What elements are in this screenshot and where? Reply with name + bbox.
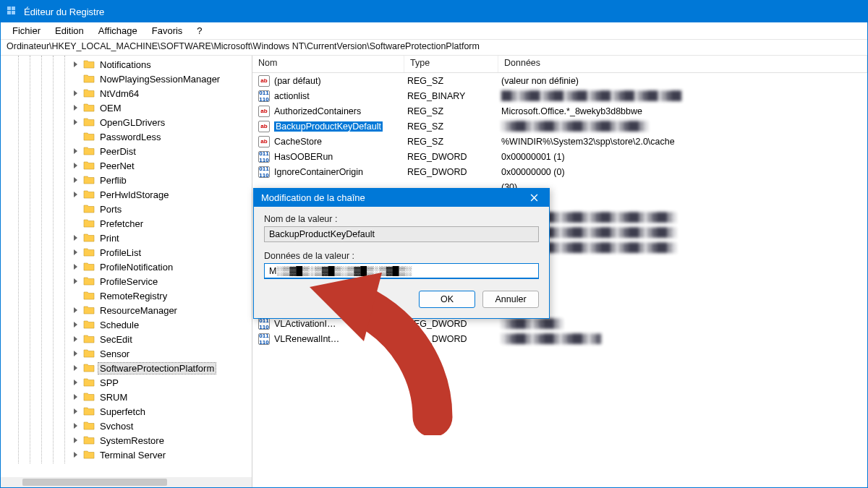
dialog-close-button[interactable] xyxy=(523,190,545,206)
tree-item[interactable]: Perflib xyxy=(2,173,252,187)
menu-view[interactable]: Affichage xyxy=(91,24,145,38)
tree-item[interactable]: OEM xyxy=(2,100,252,115)
tree-item-label: Sensor xyxy=(98,348,132,360)
tree-item[interactable]: PeerNet xyxy=(2,158,252,173)
value-name: BackupProductKeyDefault xyxy=(274,121,383,132)
address-bar[interactable]: Ordinateur\HKEY_LOCAL_MACHINE\SOFTWARE\M… xyxy=(1,40,867,56)
tree-item[interactable]: ProfileList xyxy=(2,245,252,260)
tree-item[interactable]: NowPlayingSessionManager xyxy=(2,72,252,86)
chevron-right-icon[interactable] xyxy=(72,234,80,242)
tree-item[interactable]: PeerDist xyxy=(2,144,252,158)
tree-item-label: SPP xyxy=(98,377,121,389)
chevron-right-icon[interactable] xyxy=(72,147,80,155)
chevron-right-icon[interactable] xyxy=(72,306,80,314)
list-row[interactable]: 011110IgnoreContainerOriginREG_DWORD0x00… xyxy=(252,164,867,179)
chevron-right-icon[interactable] xyxy=(72,335,80,343)
menu-help[interactable]: ? xyxy=(190,24,209,38)
tree-item[interactable]: Schedule xyxy=(2,317,252,332)
tree-item[interactable]: Sensor xyxy=(2,346,252,361)
column-header-data[interactable]: Données xyxy=(498,56,867,72)
value-name: CacheStore xyxy=(274,137,322,147)
chevron-right-icon[interactable] xyxy=(72,364,80,372)
list-row[interactable]: 011110actionlistREG_BINARY██▒░▒▓██░▒▓██░… xyxy=(252,88,867,103)
chevron-right-icon[interactable] xyxy=(72,118,80,127)
tree-item-label: Schedule xyxy=(98,319,141,331)
chevron-right-icon[interactable] xyxy=(72,320,80,329)
list-row[interactable]: abCacheStoreREG_SZ%WINDIR%\System32\spp\… xyxy=(252,134,867,149)
tree-item[interactable]: SPP xyxy=(2,375,252,390)
value-data: (30) xyxy=(498,182,867,192)
menu-favorites[interactable]: Favoris xyxy=(145,24,190,38)
value-name-input[interactable] xyxy=(264,226,539,242)
tree-item[interactable]: RemoteRegistry xyxy=(2,288,252,303)
tree-item[interactable]: Terminal Server xyxy=(2,448,252,462)
tree-item[interactable]: Ports xyxy=(2,202,252,216)
titlebar[interactable]: Éditeur du Registre xyxy=(1,1,867,22)
tree-pane[interactable]: NotificationsNowPlayingSessionManagerNtV… xyxy=(1,56,252,487)
chevron-right-icon[interactable] xyxy=(72,60,80,69)
chevron-right-icon[interactable] xyxy=(72,103,80,112)
value-data-label: Données de la valeur : xyxy=(264,251,539,261)
chevron-right-icon[interactable] xyxy=(72,161,80,170)
value-data: ░▒▓██▒░▒▓██▒░▒▓██▒░▒▓ xyxy=(498,333,867,344)
chevron-right-icon[interactable] xyxy=(72,393,80,401)
value-data: ░▒▓██▒░▒▓██▒░ xyxy=(498,318,867,329)
chevron-right-icon[interactable] xyxy=(72,89,80,98)
tree-item-label: Notifications xyxy=(98,59,153,71)
chevron-right-icon[interactable] xyxy=(72,450,80,459)
tree-item[interactable]: SRUM xyxy=(2,390,252,404)
list-header[interactable]: Nom Type Données xyxy=(252,56,867,73)
folder-icon xyxy=(83,333,95,345)
chevron-right-icon[interactable] xyxy=(72,262,80,271)
tree-item[interactable]: PasswordLess xyxy=(2,129,252,144)
folder-icon xyxy=(83,362,95,374)
tree-item[interactable]: SoftwareProtectionPlatform xyxy=(2,361,252,375)
column-header-type[interactable]: Type xyxy=(404,56,498,72)
tree-item[interactable]: ResourceManager xyxy=(2,303,252,317)
folder-icon xyxy=(83,87,95,99)
chevron-right-icon[interactable] xyxy=(72,176,80,184)
chevron-right-icon[interactable] xyxy=(72,190,80,199)
list-row[interactable]: 011110VLRenewalInt…REG_DWORD░▒▓██▒░▒▓██▒… xyxy=(252,331,867,346)
tree-item-label: OpenGLDrivers xyxy=(98,116,167,129)
value-data-input[interactable] xyxy=(264,263,539,279)
tree-horizontal-scrollbar[interactable] xyxy=(1,477,252,487)
chevron-right-icon[interactable] xyxy=(72,378,80,387)
list-row[interactable]: abAuthorizedContainersREG_SZMicrosoft.Of… xyxy=(252,103,867,119)
tree-item[interactable]: Prefetcher xyxy=(2,216,252,231)
chevron-right-icon[interactable] xyxy=(72,349,80,358)
tree-item-label: ProfileService xyxy=(98,275,160,288)
tree-item[interactable]: Print xyxy=(2,231,252,245)
ok-button[interactable]: OK xyxy=(419,291,475,308)
dialog-titlebar[interactable]: Modification de la chaîne xyxy=(254,189,549,207)
chevron-right-icon[interactable] xyxy=(72,421,80,430)
tree-item[interactable]: NtVdm64 xyxy=(2,86,252,100)
column-header-name[interactable]: Nom xyxy=(252,56,404,72)
list-row[interactable]: ab(par défaut)REG_SZ(valeur non définie) xyxy=(252,73,867,88)
tree-item[interactable]: PerHwIdStorage xyxy=(2,187,252,202)
tree-item[interactable]: SecEdit xyxy=(2,332,252,346)
tree-item-label: ResourceManager xyxy=(98,304,179,317)
list-row[interactable]: abBackupProductKeyDefaultREG_SZ░▒▓██▒░▒▓… xyxy=(252,119,867,134)
tree-item[interactable]: ProfileNotification xyxy=(2,260,252,274)
tree-item[interactable]: SystemRestore xyxy=(2,433,252,448)
string-value-icon: ab xyxy=(258,75,270,87)
svg-rect-1 xyxy=(12,7,15,10)
chevron-right-icon[interactable] xyxy=(72,436,80,445)
menu-file[interactable]: Fichier xyxy=(5,24,48,38)
tree-item[interactable]: Notifications xyxy=(2,57,252,72)
scrollbar-thumb[interactable] xyxy=(22,479,167,486)
tree-item[interactable]: Svchost xyxy=(2,419,252,433)
tree-item[interactable]: ProfileService xyxy=(2,274,252,288)
edit-string-dialog: Modification de la chaîne Nom de la vale… xyxy=(253,188,550,319)
tree-item[interactable]: Superfetch xyxy=(2,404,252,419)
value-type: REG_SZ xyxy=(404,121,498,132)
chevron-right-icon[interactable] xyxy=(72,248,80,257)
tree-item[interactable]: OpenGLDrivers xyxy=(2,115,252,129)
menu-edit[interactable]: Edition xyxy=(48,24,91,38)
tree-item-label: ProfileList xyxy=(98,247,143,259)
list-row[interactable]: 011110HasOOBERunREG_DWORD0x00000001 (1) xyxy=(252,149,867,164)
chevron-right-icon[interactable] xyxy=(72,277,80,286)
chevron-right-icon[interactable] xyxy=(72,407,80,416)
cancel-button[interactable]: Annuler xyxy=(482,291,539,308)
